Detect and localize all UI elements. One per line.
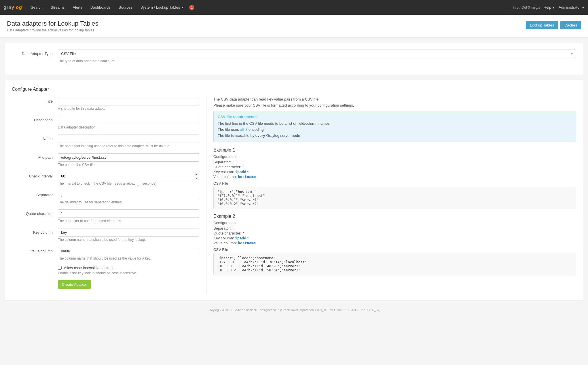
csv-req-title: CSV file requirements: — [218, 115, 572, 119]
adapter-type-select-wrap: CSV File — [58, 50, 576, 58]
nav-alerts[interactable]: Alerts — [69, 0, 86, 15]
example2-separator-val: ; — [232, 226, 234, 230]
nav-badge: 1 — [189, 5, 194, 10]
example2-csv-label: CSV File — [213, 247, 576, 252]
title-help: A short title for this data adapter. — [58, 107, 199, 111]
case-insensitive-checkbox[interactable] — [58, 266, 62, 270]
nav-links: Search Streams Alerts Dashboards Sources… — [27, 0, 513, 15]
example2-title: Example 2 — [213, 214, 576, 219]
case-insensitive-label: Allow case-insensitive lookups — [64, 266, 115, 270]
csv-req-item-1: The first line in the CSV file needs to … — [218, 121, 572, 127]
description-help: Data adapter description. — [58, 125, 199, 129]
separator-row: Separator The delimiter to use for separ… — [12, 191, 199, 204]
example2-key-line: Key column: ipaddr — [213, 236, 576, 240]
example2-quote-val: ' — [242, 231, 244, 235]
check-interval-control: ▲ ▼ The interval to check if the CSV fil… — [58, 172, 199, 186]
nav-right: In 0 / Out 0 msg/s Help ▼ Administrator … — [513, 5, 585, 10]
case-insensitive-label-col — [12, 266, 58, 268]
example2-key-val: ipaddr — [235, 236, 249, 240]
description-control: Data adapter description. — [58, 116, 199, 129]
filepath-label: File path — [12, 153, 58, 160]
submit-row: Create Adapter — [12, 280, 199, 289]
navbar: graylog Search Streams Alerts Dashboards… — [0, 0, 588, 15]
adapter-type-select[interactable]: CSV File — [58, 50, 576, 58]
csv-req-item-3: The file is readable by every Graylog se… — [218, 133, 572, 139]
description-row: Description Data adapter description. — [12, 116, 199, 129]
key-column-row: Key column The column name that should b… — [12, 228, 199, 242]
nav-system[interactable]: System / Lookup Tables ▼ — [136, 0, 188, 15]
value-column-input[interactable] — [58, 247, 199, 255]
info-intro2: Please make sure your CSV file is format… — [213, 103, 576, 107]
csv-req-item-2: The file uses utf-8 encoding — [218, 127, 572, 133]
name-input[interactable] — [58, 135, 199, 143]
nav-admin[interactable]: Administrator ▼ — [559, 5, 585, 10]
check-interval-input[interactable] — [58, 172, 199, 180]
example1-separator-line: Separator: , — [213, 160, 576, 164]
help-caret-icon: ▼ — [552, 6, 555, 9]
name-label: Name — [12, 135, 58, 141]
filepath-row: File path The path to the CSV file. — [12, 153, 199, 167]
nav-streams[interactable]: Streams — [47, 0, 69, 15]
configure-left: Title A short title for this data adapte… — [5, 97, 206, 294]
submit-label-col — [12, 280, 58, 282]
configure-title: Configure Adapter — [5, 87, 583, 92]
system-caret-icon: ▼ — [181, 6, 184, 9]
page-header-left: Data adapters for Lookup Tables Data ada… — [7, 20, 98, 32]
page-title: Data adapters for Lookup Tables — [7, 20, 98, 27]
nav-search[interactable]: Search — [27, 0, 47, 15]
example1-key-line: Key column: ipaddr — [213, 170, 576, 174]
example1-value-val: hostname — [238, 175, 256, 179]
utf8-highlight: utf-8 — [240, 127, 247, 132]
page-footer: Graylog 2.4.0+2115a42 on osslab01.design… — [0, 305, 588, 315]
key-column-label: Key column — [12, 228, 58, 234]
admin-caret-icon: ▼ — [582, 6, 585, 9]
description-label: Description — [12, 116, 58, 122]
create-adapter-button[interactable]: Create Adapter — [58, 280, 91, 289]
key-column-input[interactable] — [58, 228, 199, 237]
example1-quote-val: " — [242, 165, 244, 169]
quote-char-help: The character to use for quoted elements… — [58, 219, 199, 223]
info-intro1: The CSV data adapter can read key value … — [213, 97, 576, 101]
check-interval-row: Check interval ▲ ▼ The interval to check… — [12, 172, 199, 186]
example2-quote-line: Quote character: ' — [213, 231, 576, 235]
nav-stats: In 0 / Out 0 msg/s — [513, 5, 540, 10]
separator-input[interactable] — [58, 191, 199, 199]
separator-label: Separator — [12, 191, 58, 197]
separator-help: The delimiter to use for separating entr… — [58, 200, 199, 204]
name-control: The name that is being used to refer to … — [58, 135, 199, 148]
caches-button[interactable]: Caches — [560, 21, 581, 29]
description-input[interactable] — [58, 116, 199, 124]
separator-control: The delimiter to use for separating entr… — [58, 191, 199, 204]
name-help: The name that is being used to refer to … — [58, 144, 199, 148]
nav-dashboards[interactable]: Dashboards — [86, 0, 115, 15]
adapter-type-row: Data Adapter Type CSV File The type of d… — [12, 50, 576, 63]
filepath-help: The path to the CSV file. — [58, 163, 199, 167]
main-content: Configure Adapter Title A short title fo… — [5, 80, 583, 300]
title-input[interactable] — [58, 97, 199, 105]
case-insensitive-wrap: Allow case-insensitive lookups — [58, 266, 199, 270]
quote-char-control: The character to use for quoted elements… — [58, 209, 199, 223]
value-column-control: The column name that should be used as t… — [58, 247, 199, 260]
nav-sources[interactable]: Sources — [115, 0, 136, 15]
filepath-input[interactable] — [58, 153, 199, 162]
adapter-type-control: CSV File The type of data adapter to con… — [58, 50, 576, 63]
nav-help[interactable]: Help ▼ — [544, 5, 555, 10]
configure-section: Configure Adapter Title A short title fo… — [5, 80, 583, 300]
case-insensitive-help: Enable if the key lookup should be case-… — [58, 271, 199, 275]
quote-char-input[interactable] — [58, 209, 199, 218]
example1-csv-code: "ipaddr","hostname" "127.0.0.1","localho… — [213, 187, 576, 209]
case-insensitive-control: Allow case-insensitive lookups Enable if… — [58, 266, 199, 275]
spinner-buttons: ▲ ▼ — [193, 172, 199, 180]
footer-text: Graylog 2.4.0+2115a42 on osslab01.design… — [208, 308, 380, 312]
title-row: Title A short title for this data adapte… — [12, 97, 199, 111]
lookup-tables-button[interactable]: Lookup Tables — [526, 21, 558, 29]
adapter-type-label: Data Adapter Type — [12, 50, 58, 56]
spinner-up-button[interactable]: ▲ — [193, 172, 199, 176]
check-interval-label: Check interval — [12, 172, 58, 178]
configure-body: Title A short title for this data adapte… — [5, 97, 583, 294]
value-column-row: Value column The column name that should… — [12, 247, 199, 260]
example1-separator-val: , — [232, 160, 234, 164]
submit-control: Create Adapter — [58, 280, 199, 289]
value-column-help: The column name that should be used as t… — [58, 256, 199, 260]
spinner-down-button[interactable]: ▼ — [193, 176, 199, 180]
